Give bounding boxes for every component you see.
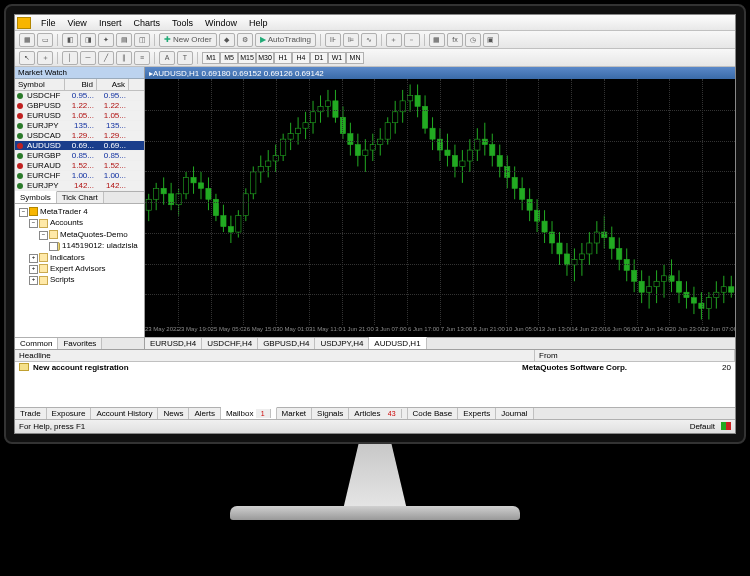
- tf-M1[interactable]: M1: [202, 52, 220, 64]
- tester-icon[interactable]: ◫: [134, 33, 150, 47]
- svg-rect-135: [647, 287, 652, 292]
- periodicity-icon[interactable]: ◷: [465, 33, 481, 47]
- tf-M5[interactable]: M5: [220, 52, 238, 64]
- chart-tab[interactable]: AUDUSD,H1: [369, 337, 426, 349]
- terminal-tab-alerts[interactable]: Alerts: [189, 408, 220, 419]
- terminal-tab-news[interactable]: News: [158, 408, 189, 419]
- terminal-tab-signals[interactable]: Signals: [312, 408, 349, 419]
- chart-tab[interactable]: GBPUSD,H4: [258, 338, 315, 349]
- line-chart-icon[interactable]: ∿: [361, 33, 377, 47]
- status-profile[interactable]: Default: [690, 422, 715, 431]
- symbol-row-EURGBP[interactable]: EURGBP0.85...0.85...: [15, 151, 144, 161]
- candle-chart-icon[interactable]: ⊫: [343, 33, 359, 47]
- symbol-row-EURJPY[interactable]: EURJPY142...142...: [15, 181, 144, 191]
- svg-rect-139: [661, 276, 666, 281]
- svg-rect-143: [676, 281, 681, 292]
- svg-rect-85: [460, 161, 465, 166]
- menu-view[interactable]: View: [62, 18, 93, 28]
- symbol-row-EURUSD[interactable]: EURUSD1.05...1.05...: [15, 111, 144, 121]
- menu-charts[interactable]: Charts: [127, 18, 166, 28]
- templates-icon[interactable]: ▣: [483, 33, 499, 47]
- svg-rect-157: [729, 287, 734, 292]
- new-chart-icon[interactable]: ▦: [19, 33, 35, 47]
- symbol-row-USDCAD[interactable]: USDCAD1.29...1.29...: [15, 131, 144, 141]
- vline-icon[interactable]: │: [62, 51, 78, 65]
- bar-chart-icon[interactable]: ⊪: [325, 33, 341, 47]
- terminal-tab-account-history[interactable]: Account History: [91, 408, 158, 419]
- mail-row[interactable]: New account registration MetaQuotes Soft…: [15, 362, 735, 373]
- new-order-button[interactable]: ✚New Order: [159, 33, 217, 47]
- nav-root[interactable]: MetaTrader 4: [17, 206, 142, 217]
- terminal-tab-exposure[interactable]: Exposure: [47, 408, 92, 419]
- tf-M15[interactable]: M15: [238, 52, 256, 64]
- tab-symbols[interactable]: Symbols: [15, 191, 57, 203]
- options-icon[interactable]: ⚙: [237, 33, 253, 47]
- chart-area[interactable]: 23 May 202223 May 19:0025 May 05:0026 Ma…: [145, 79, 735, 337]
- navigator-icon[interactable]: ✦: [98, 33, 114, 47]
- symbol-row-EURJPY[interactable]: EURJPY135...135...: [15, 121, 144, 131]
- trendline-icon[interactable]: ╱: [98, 51, 114, 65]
- tf-H1[interactable]: H1: [274, 52, 292, 64]
- chart-tab[interactable]: USDCHF,H4: [202, 338, 258, 349]
- indicator-list-icon[interactable]: fx: [447, 33, 463, 47]
- menu-tools[interactable]: Tools: [166, 18, 199, 28]
- svg-rect-71: [408, 95, 413, 100]
- terminal-tab-mailbox[interactable]: Mailbox 1: [221, 407, 277, 419]
- terminal-tab-market[interactable]: Market: [277, 408, 312, 419]
- terminal-tab-trade[interactable]: Trade: [15, 408, 47, 419]
- tf-H4[interactable]: H4: [292, 52, 310, 64]
- chart-tab[interactable]: USDJPY,H4: [315, 338, 369, 349]
- nav-demo-server[interactable]: MetaQuotes-Demo: [37, 229, 142, 240]
- chart-tabs: EURUSD,H4USDCHF,H4GBPUSD,H4USDJPY,H4AUDU…: [145, 337, 735, 349]
- data-window-icon[interactable]: ◨: [80, 33, 96, 47]
- menu-help[interactable]: Help: [243, 18, 274, 28]
- col-from[interactable]: From: [535, 350, 735, 361]
- tab-tick-chart[interactable]: Tick Chart: [57, 192, 104, 203]
- terminal-tab-code-base[interactable]: Code Base: [408, 408, 459, 419]
- tab-favorites[interactable]: Favorites: [58, 338, 102, 349]
- nav-experts[interactable]: Expert Advisors: [27, 263, 142, 274]
- terminal-tab-journal[interactable]: Journal: [496, 408, 533, 419]
- symbol-row-EURCHF[interactable]: EURCHF1.00...1.00...: [15, 171, 144, 181]
- symbol-row-USDCHF[interactable]: USDCHF0.95...0.95...: [15, 91, 144, 101]
- crosshair-icon[interactable]: ＋: [37, 51, 53, 65]
- tab-common[interactable]: Common: [15, 338, 58, 349]
- nav-account[interactable]: 114519012: uladzisla: [47, 240, 142, 251]
- symbol-row-GBPUSD[interactable]: GBPUSD1.22...1.22...: [15, 101, 144, 111]
- profiles-icon[interactable]: ▭: [37, 33, 53, 47]
- nav-scripts[interactable]: Scripts: [27, 274, 142, 285]
- symbol-row-AUDUSD[interactable]: AUDUSD0.69...0.69...: [15, 141, 144, 151]
- terminal-tab-experts[interactable]: Experts: [458, 408, 496, 419]
- nav-accounts[interactable]: Accounts: [27, 217, 142, 228]
- svg-rect-155: [721, 287, 726, 292]
- text-icon[interactable]: A: [159, 51, 175, 65]
- menu-file[interactable]: File: [35, 18, 62, 28]
- chart-tab[interactable]: EURUSD,H4: [145, 338, 202, 349]
- zoom-in-icon[interactable]: ＋: [386, 33, 402, 47]
- col-headline[interactable]: Headline: [15, 350, 535, 361]
- market-watch-panel: Market Watch SymbolBidAsk USDCHF0.95...0…: [15, 67, 144, 203]
- svg-rect-21: [221, 216, 226, 227]
- nav-indicators[interactable]: Indicators: [27, 252, 142, 263]
- menu-window[interactable]: Window: [199, 18, 243, 28]
- metaeditor-icon[interactable]: ◆: [219, 33, 235, 47]
- menu-insert[interactable]: Insert: [93, 18, 128, 28]
- tf-MN[interactable]: MN: [346, 52, 364, 64]
- label-icon[interactable]: T: [177, 51, 193, 65]
- tf-D1[interactable]: D1: [310, 52, 328, 64]
- market-watch-icon[interactable]: ◧: [62, 33, 78, 47]
- fibo-icon[interactable]: ≡: [134, 51, 150, 65]
- tf-M30[interactable]: M30: [256, 52, 274, 64]
- hline-icon[interactable]: ─: [80, 51, 96, 65]
- symbol-row-EURAUD[interactable]: EURAUD1.52...1.52...: [15, 161, 144, 171]
- cursor-icon[interactable]: ↖: [19, 51, 35, 65]
- tf-W1[interactable]: W1: [328, 52, 346, 64]
- terminal-tab-articles[interactable]: Articles 43: [349, 408, 407, 419]
- autotrading-button[interactable]: ▶AutoTrading: [255, 33, 316, 47]
- terminal-icon[interactable]: ▤: [116, 33, 132, 47]
- zoom-out-icon[interactable]: －: [404, 33, 420, 47]
- channel-icon[interactable]: ∥: [116, 51, 132, 65]
- svg-rect-107: [542, 221, 547, 232]
- arrange-icon[interactable]: ▦: [429, 33, 445, 47]
- toolbar-line: ↖ ＋ │ ─ ╱ ∥ ≡ A T M1M5M15M30H1H4D1W1MN: [15, 49, 735, 67]
